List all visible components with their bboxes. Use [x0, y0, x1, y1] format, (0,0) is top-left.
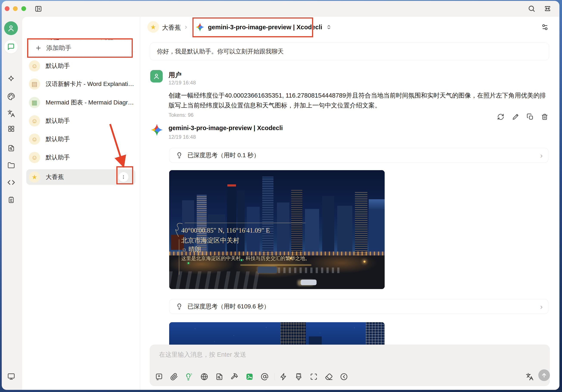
user-timestamp: 12/19 16:48	[168, 80, 196, 86]
overlay-coordinates: 40°00'00.85" N, 116°16'41.09" E	[181, 227, 270, 234]
zoom-window-button[interactable]	[21, 6, 26, 11]
user-message-avatar	[150, 70, 163, 82]
assistant-item[interactable]: ☺ 默认助手	[26, 131, 135, 147]
sidebar-toggle-icon[interactable]	[34, 4, 43, 13]
chevrons-up-down-icon	[326, 24, 332, 30]
chat-area: ★ 大香蕉 › gemini-3-pro-image-preview | Xco…	[140, 17, 559, 390]
overlay-location: 北京市海淀区中关村	[181, 236, 239, 245]
chevron-right-icon: ›	[540, 302, 543, 311]
assistant-item-label: 默认助手	[46, 153, 70, 161]
gemini-logo-icon	[195, 23, 204, 32]
regenerate-icon[interactable]	[496, 112, 505, 121]
add-assistant-button[interactable]: 添加助手	[28, 40, 131, 56]
code-icon[interactable]	[7, 178, 15, 187]
notes-icon[interactable]	[7, 196, 15, 204]
icon-rail: ⚙	[2, 17, 22, 390]
assistant-item-label: 默认助手	[46, 117, 70, 125]
greeting-bubble: 你好，我是默认助手。你可以立刻开始跟我聊天	[150, 43, 549, 60]
mcp-tools-icon[interactable]	[230, 372, 239, 381]
chat-settings-sliders-icon[interactable]	[540, 23, 550, 32]
smiley-icon: ☺	[29, 134, 40, 145]
star-icon: ★	[150, 23, 156, 31]
delete-icon[interactable]	[540, 112, 549, 121]
knowledge-base-icon[interactable]	[215, 372, 224, 381]
plus-icon	[35, 45, 42, 51]
assistant-item[interactable]: ☺ 默认助手	[26, 58, 135, 74]
assistant-item[interactable]: ☺ 默认助手	[26, 113, 135, 128]
vehicle	[258, 267, 277, 273]
mention-model-icon[interactable]	[260, 372, 269, 381]
grid-apps-icon[interactable]	[7, 125, 15, 133]
lightbulb-icon	[176, 152, 183, 159]
expand-width-icon[interactable]	[543, 4, 552, 13]
assistant-item[interactable]: ▦ Mermaid 图表 - Mermaid Diagram	[26, 95, 135, 110]
assistant-name-label: gemini-3-pro-image-preview | Xcodecli	[168, 125, 283, 132]
web-search-icon[interactable]	[200, 372, 209, 381]
folder-icon[interactable]	[7, 161, 15, 170]
assistant-avatar-star: ★	[147, 21, 159, 33]
breadcrumb-separator: ›	[185, 23, 187, 31]
chat-nav-active[interactable]	[4, 40, 18, 53]
file-search-icon[interactable]	[7, 144, 15, 152]
thinking-block-1[interactable]: 已深度思考（用时 0.1 秒） ›	[169, 148, 549, 163]
light-trail	[240, 265, 311, 265]
assistant-more-button[interactable]	[118, 172, 129, 182]
message-input-placeholder[interactable]: 在这里输入消息，按 Enter 发送	[159, 350, 246, 359]
smiley-icon: ☺	[29, 152, 40, 163]
more-vertical-icon	[121, 175, 126, 179]
collapse-toolbar-icon[interactable]	[340, 372, 348, 381]
palette-icon[interactable]	[7, 92, 15, 101]
add-assistant-label: 添加助手	[46, 44, 71, 52]
star-icon: ★	[29, 172, 40, 183]
mini-window-icon[interactable]	[7, 372, 15, 381]
traffic-light-green	[188, 262, 189, 264]
send-button[interactable]	[538, 369, 550, 381]
close-window-button[interactable]	[5, 6, 10, 11]
model-selector[interactable]: gemini-3-pro-image-preview | Xcodecli	[195, 20, 332, 34]
minimize-window-button[interactable]	[13, 6, 18, 11]
assistant-item-selected[interactable]: ★ 大香蕉	[26, 169, 135, 185]
translate-input-icon[interactable]	[525, 372, 534, 381]
lightbulb-icon	[176, 303, 183, 310]
assistant-item[interactable]: ☺ 默认助手	[26, 150, 135, 165]
generated-image-2[interactable]	[169, 322, 385, 346]
thinking-block-2[interactable]: 已深度思考（用时 6109.6 秒） ›	[169, 299, 549, 314]
assistant-item-label: 默认助手	[46, 62, 70, 70]
assistant-item[interactable]: ▤ 汉语新解卡片 - Word Explanatio…	[26, 76, 135, 92]
user-avatar[interactable]	[4, 21, 18, 35]
attachment-icon[interactable]	[170, 372, 178, 381]
settings-gear-icon[interactable]: ⚙	[7, 389, 15, 390]
overlay-weather: ☼ 晴朗	[181, 245, 201, 254]
assistant-item-label: Mermaid 图表 - Mermaid Diagram	[46, 98, 135, 107]
copy-icon[interactable]	[526, 112, 534, 121]
quick-phrase-icon[interactable]	[279, 372, 288, 381]
message-input-panel[interactable]: 在这里输入消息，按 Enter 发送 ?	[150, 345, 550, 386]
new-topic-icon[interactable]	[155, 372, 163, 381]
sparkle-icon[interactable]	[7, 75, 15, 83]
image-generation-icon[interactable]	[245, 372, 254, 381]
svg-text:?: ?	[190, 373, 192, 376]
smiley-icon: ☺	[29, 60, 40, 71]
translate-icon[interactable]	[7, 109, 15, 118]
sun-icon: ☼	[181, 246, 187, 253]
breadcrumb-assistant[interactable]: 大香蕉	[162, 23, 181, 32]
clear-context-brush-icon[interactable]	[294, 372, 303, 381]
assistant-item-label: 汉语新解卡片 - Word Explanatio…	[46, 80, 135, 88]
thinking-label: 已深度思考（用时 6109.6 秒）	[187, 302, 269, 311]
chat-bubble-icon	[7, 43, 15, 50]
expand-input-icon[interactable]	[309, 372, 318, 381]
thinking-toggle-icon[interactable]: ?	[185, 372, 193, 381]
arrow-up-icon	[541, 372, 547, 379]
edit-icon[interactable]	[511, 112, 520, 121]
clear-messages-eraser-icon[interactable]	[325, 372, 333, 381]
chevron-right-icon: ›	[540, 151, 543, 160]
assistant-timestamp: 12/19 16:48	[168, 134, 196, 140]
generated-image-1[interactable]: 40°00'00.85" N, 116°16'41.09" E 北京市海淀区中关…	[169, 170, 385, 289]
overlay-weather-text: 晴朗	[188, 246, 201, 253]
model-name-label: gemini-3-pro-image-preview | Xcodecli	[208, 24, 322, 31]
night-sky	[169, 322, 385, 346]
titlebar	[2, 1, 559, 17]
overlay-caption: 这里是北京海淀区的中关村，科技与历史交汇的繁华之地。	[181, 255, 310, 262]
search-icon[interactable]	[527, 4, 536, 13]
overlay-topline	[185, 223, 305, 223]
